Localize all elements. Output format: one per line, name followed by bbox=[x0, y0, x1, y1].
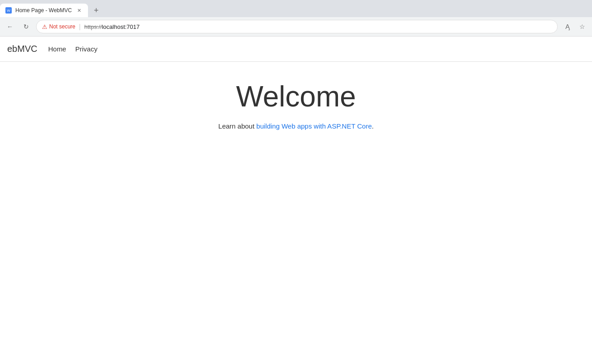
learn-prefix: Learn about bbox=[218, 122, 256, 130]
browser-chrome: W Home Page - WebMVC ✕ + ← ↻ ⚠ Not secur… bbox=[0, 0, 592, 37]
translate-button[interactable]: A̧ bbox=[561, 20, 574, 33]
browser-tab[interactable]: W Home Page - WebMVC ✕ bbox=[0, 4, 88, 17]
new-tab-button[interactable]: + bbox=[90, 4, 102, 17]
learn-suffix: . bbox=[372, 122, 374, 130]
favorite-button[interactable]: ☆ bbox=[576, 20, 588, 33]
tab-title: Home Page - WebMVC bbox=[15, 7, 72, 14]
app-brand: ebMVC bbox=[7, 44, 37, 54]
tab-bar: W Home Page - WebMVC ✕ + bbox=[0, 0, 592, 17]
url-strikethrough: https:// bbox=[84, 23, 102, 30]
learn-link[interactable]: building Web apps with ASP.NET Core bbox=[256, 122, 372, 130]
warning-icon: ⚠ bbox=[42, 23, 47, 30]
back-icon: ← bbox=[7, 23, 13, 30]
url-host: localhost:7017 bbox=[102, 23, 140, 30]
address-bar-row: ← ↻ ⚠ Not secure | https://localhost:701… bbox=[0, 17, 592, 36]
refresh-button[interactable]: ↻ bbox=[20, 20, 32, 33]
translate-icon: A̧ bbox=[565, 23, 570, 30]
security-warning: ⚠ Not secure bbox=[42, 23, 75, 30]
tab-close-button[interactable]: ✕ bbox=[75, 7, 83, 14]
favorite-icon: ☆ bbox=[579, 23, 585, 30]
tab-favicon: W bbox=[5, 7, 12, 14]
browser-actions: A̧ ☆ bbox=[561, 20, 588, 33]
security-label: Not secure bbox=[49, 23, 75, 30]
nav-link-privacy[interactable]: Privacy bbox=[75, 45, 97, 53]
address-bar[interactable]: ⚠ Not secure | https://localhost:7017 bbox=[36, 20, 558, 33]
learn-text: Learn about building Web apps with ASP.N… bbox=[9, 122, 583, 130]
url-text: https://localhost:7017 bbox=[84, 23, 140, 30]
welcome-heading: Welcome bbox=[9, 80, 583, 113]
refresh-icon: ↻ bbox=[23, 23, 29, 30]
back-button[interactable]: ← bbox=[4, 20, 16, 33]
url-separator: | bbox=[79, 23, 81, 30]
app-main: Welcome Learn about building Web apps wi… bbox=[0, 62, 592, 183]
app-nav-links: Home Privacy bbox=[48, 45, 97, 53]
app-navbar: ebMVC Home Privacy bbox=[0, 37, 592, 62]
nav-link-home[interactable]: Home bbox=[48, 45, 66, 53]
